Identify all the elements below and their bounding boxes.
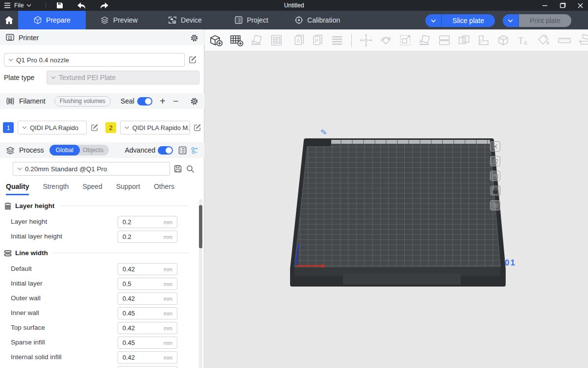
delete-plate-icon[interactable] xyxy=(490,141,500,152)
sparse-infill-line-width-input[interactable] xyxy=(118,339,156,346)
auto-orient-icon[interactable] xyxy=(250,33,264,47)
tab-preview[interactable]: Preview xyxy=(86,11,152,29)
print-plate-dropdown[interactable] xyxy=(503,14,519,27)
flushing-volumes-button[interactable]: Flushing volumes xyxy=(54,96,111,106)
tab-prepare[interactable]: Prepare xyxy=(18,11,86,29)
param-input-box: mm xyxy=(118,231,177,243)
advanced-toggle[interactable] xyxy=(158,146,173,155)
hamburger-menu-icon[interactable] xyxy=(4,2,11,8)
process-preset-select[interactable]: 0.20mm Standard @Q1 Pro xyxy=(13,162,170,176)
title-bar: File Untitled xyxy=(0,0,588,11)
filament-section-header: Filament Flushing volumes Seal + − xyxy=(0,93,204,109)
param-list-icon[interactable] xyxy=(178,146,187,155)
filament-settings-gear-icon[interactable] xyxy=(190,97,198,105)
initial-layer-height-input[interactable] xyxy=(118,233,156,240)
filament-1-select[interactable]: QIDI PLA Rapido xyxy=(18,121,87,134)
color-paint-icon[interactable] xyxy=(537,33,551,47)
panel-scrollbar-thumb[interactable] xyxy=(199,205,202,248)
slice-plate-button[interactable]: Slice plate xyxy=(441,14,495,27)
move-icon[interactable] xyxy=(359,33,373,47)
close-button[interactable] xyxy=(578,3,583,8)
split-icon[interactable] xyxy=(438,33,451,47)
plate-type-select[interactable]: Textured PEI Plate xyxy=(47,71,199,84)
lock-plate-icon[interactable] xyxy=(490,185,500,196)
rename-plate-pencil-icon[interactable]: ✎ xyxy=(320,127,328,137)
filament-2-select[interactable]: QIDI PLA Rapido M... xyxy=(120,121,190,134)
search-params-icon[interactable] xyxy=(190,146,198,155)
side-panel: Printer Q1 Pro 0.4 nozzle Plate type Tex… xyxy=(0,29,204,368)
text-tool-icon[interactable]: Ta xyxy=(516,33,531,47)
doc-p-icon[interactable]: P xyxy=(312,33,324,47)
minimize-button[interactable] xyxy=(542,2,548,8)
add-plate-icon[interactable] xyxy=(229,33,244,47)
tab-others[interactable]: Others xyxy=(154,183,174,194)
add-filament-button[interactable]: + xyxy=(160,96,166,106)
printer-settings-gear-icon[interactable] xyxy=(190,34,198,42)
home-button[interactable] xyxy=(0,11,18,29)
remove-filament-button[interactable]: − xyxy=(173,96,179,106)
place-on-face-icon[interactable] xyxy=(418,33,432,47)
layer-height-input[interactable] xyxy=(118,218,156,226)
param-label: Sparse infill xyxy=(11,339,45,346)
measure-icon[interactable] xyxy=(557,34,572,47)
edit-filament-1-icon[interactable] xyxy=(91,124,98,131)
viewport-3d[interactable]: 0 P Ta xyxy=(205,29,588,368)
param-input-box: mm xyxy=(118,322,177,334)
internal-solid-infill-line-width-input[interactable] xyxy=(118,354,156,361)
plate-number-label: 01 xyxy=(505,258,516,268)
plate-front-notch xyxy=(343,274,461,285)
tab-speed[interactable]: Speed xyxy=(82,183,102,194)
seal-toggle[interactable] xyxy=(137,97,152,105)
filament-1-badge[interactable]: 1 xyxy=(3,122,14,133)
arrange-plate-icon[interactable] xyxy=(490,171,500,181)
inner-wall-line-width-input[interactable] xyxy=(118,310,156,317)
tab-support[interactable]: Support xyxy=(116,183,140,194)
redo-icon[interactable] xyxy=(100,2,108,9)
plate-corner-tab xyxy=(305,138,331,146)
undo-icon[interactable] xyxy=(77,2,86,9)
filament-2-badge[interactable]: 2 xyxy=(105,122,116,133)
mesh-boolean-icon[interactable] xyxy=(457,33,471,47)
search-icon[interactable] xyxy=(186,165,195,173)
tab-device[interactable]: Device xyxy=(152,11,218,29)
plate-settings-icon[interactable] xyxy=(490,200,500,210)
printer-preset-select[interactable]: Q1 Pro 0.4 nozzle xyxy=(4,53,185,67)
save-icon[interactable] xyxy=(56,2,63,9)
tab-strength[interactable]: Strength xyxy=(43,183,69,194)
maximize-button[interactable] xyxy=(560,2,566,8)
orient-plate-icon[interactable] xyxy=(490,156,500,166)
cut-icon[interactable] xyxy=(496,33,510,47)
outer-wall-line-width-input[interactable] xyxy=(118,295,156,302)
plate-grid-surface[interactable] xyxy=(294,142,500,267)
file-menu[interactable]: File xyxy=(14,2,31,9)
doc-0-icon[interactable]: 0 xyxy=(293,33,306,47)
save-preset-icon[interactable] xyxy=(174,165,182,173)
scope-global-button[interactable]: Global xyxy=(49,145,80,156)
print-plate-button[interactable]: Print plate xyxy=(519,14,571,27)
tab-quality[interactable]: Quality xyxy=(6,183,29,195)
variable-layer-height-icon[interactable] xyxy=(477,33,490,47)
edit-printer-icon[interactable] xyxy=(189,55,197,64)
file-menu-label: File xyxy=(14,2,24,9)
edit-filament-2-icon[interactable] xyxy=(194,124,201,131)
unit-label: mm xyxy=(164,234,177,240)
tab-calibration[interactable]: Calibration xyxy=(284,11,350,29)
tab-project[interactable]: Project xyxy=(218,11,284,29)
seam-paint-icon[interactable] xyxy=(578,33,588,47)
arrange-icon[interactable] xyxy=(270,33,283,47)
filament-icon xyxy=(6,97,15,105)
chevron-down-icon xyxy=(51,76,56,79)
initial-layer-line-width-input[interactable] xyxy=(118,280,156,288)
build-plate[interactable] xyxy=(284,127,510,289)
param-row: Initial layer height mm xyxy=(0,231,196,243)
add-model-icon[interactable] xyxy=(209,33,223,47)
flushing-volumes-label: Flushing volumes xyxy=(60,98,105,105)
scale-icon[interactable] xyxy=(398,33,412,47)
layers-list-icon[interactable] xyxy=(330,34,344,47)
rotate-icon[interactable] xyxy=(379,33,392,47)
printer-icon xyxy=(6,34,14,42)
slice-plate-dropdown[interactable] xyxy=(425,14,441,27)
default-line-width-input[interactable] xyxy=(118,265,156,273)
top-surface-line-width-input[interactable] xyxy=(118,324,156,332)
scope-objects-button[interactable]: Objects xyxy=(80,147,109,154)
